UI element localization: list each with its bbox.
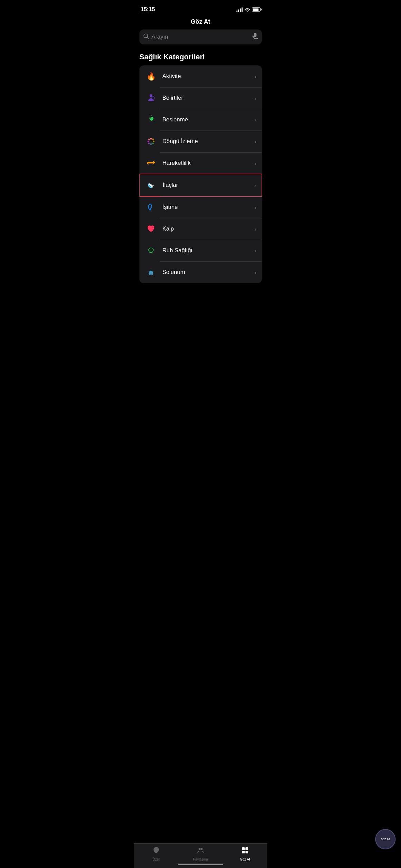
section-header: Sağlık Kategorileri bbox=[134, 50, 267, 65]
beslenme-chevron: › bbox=[255, 117, 256, 123]
beslenme-icon bbox=[145, 114, 157, 126]
belirtiler-icon bbox=[145, 92, 157, 104]
mic-icon[interactable] bbox=[252, 33, 258, 41]
hareketlilik-label: Hareketlilik bbox=[163, 160, 255, 166]
category-item-aktivite[interactable]: 🔥 Aktivite › bbox=[139, 65, 262, 87]
category-list: 🔥 Aktivite › Belirtiler › bbox=[139, 65, 262, 283]
ilaclar-chevron: › bbox=[254, 182, 256, 188]
search-icon bbox=[144, 34, 149, 40]
svg-rect-29 bbox=[145, 244, 157, 257]
solunum-chevron: › bbox=[255, 270, 256, 275]
category-item-hareketlilik[interactable]: Hareketlilik › bbox=[139, 152, 262, 174]
svg-rect-6 bbox=[153, 97, 153, 98]
category-item-ruh[interactable]: Ruh Sağlığı › bbox=[139, 240, 262, 261]
isitme-label: İşitme bbox=[163, 204, 255, 211]
svg-point-15 bbox=[148, 143, 150, 144]
hareketlilik-chevron: › bbox=[255, 160, 256, 166]
battery-icon bbox=[252, 7, 261, 12]
signal-icon bbox=[236, 7, 243, 12]
svg-rect-2 bbox=[145, 92, 157, 104]
ruh-chevron: › bbox=[255, 248, 256, 254]
isitme-chevron: › bbox=[255, 204, 256, 210]
svg-text:🔥: 🔥 bbox=[146, 72, 156, 81]
svg-point-27 bbox=[150, 208, 151, 209]
dongu-icon bbox=[145, 135, 157, 147]
svg-point-17 bbox=[148, 139, 150, 140]
ilaclar-icon bbox=[145, 179, 157, 191]
status-time: 15:15 bbox=[141, 6, 155, 13]
belirtiler-label: Belirtiler bbox=[163, 95, 255, 101]
ruh-icon bbox=[145, 244, 157, 257]
solunum-icon bbox=[145, 266, 157, 278]
category-item-beslenme[interactable]: Beslenme › bbox=[139, 109, 262, 131]
svg-point-12 bbox=[153, 141, 154, 142]
hareketlilik-icon bbox=[145, 157, 157, 169]
kalp-chevron: › bbox=[255, 226, 256, 232]
isitme-icon bbox=[145, 201, 157, 213]
status-bar: 15:15 bbox=[134, 0, 267, 17]
dongu-chevron: › bbox=[255, 139, 256, 144]
search-container: Arayın bbox=[134, 29, 267, 50]
svg-point-31 bbox=[152, 251, 152, 251]
category-item-isitme[interactable]: İşitme › bbox=[139, 196, 262, 218]
page-header: Göz At bbox=[134, 17, 267, 29]
kalp-icon bbox=[145, 223, 157, 235]
svg-point-11 bbox=[152, 139, 154, 140]
kalp-label: Kalp bbox=[163, 225, 255, 232]
svg-point-7 bbox=[153, 99, 153, 99]
ilaclar-label: İlaçlar bbox=[163, 182, 254, 189]
aktivite-icon: 🔥 bbox=[145, 70, 157, 82]
svg-rect-9 bbox=[145, 135, 157, 147]
ruh-label: Ruh Sağlığı bbox=[163, 247, 255, 254]
svg-point-10 bbox=[150, 138, 152, 140]
solunum-label: Solunum bbox=[163, 269, 255, 276]
category-item-solunum[interactable]: Solunum › bbox=[139, 261, 262, 283]
category-item-kalp[interactable]: Kalp › bbox=[139, 218, 262, 240]
page-title: Göz At bbox=[191, 18, 210, 25]
search-bar[interactable]: Arayın bbox=[139, 29, 262, 44]
wifi-icon bbox=[245, 7, 250, 12]
svg-point-13 bbox=[152, 143, 154, 144]
category-item-dongu[interactable]: Döngü İzleme › bbox=[139, 131, 262, 152]
dongu-label: Döngü İzleme bbox=[163, 138, 255, 145]
category-item-ilaclar[interactable]: İlaçlar › bbox=[139, 174, 262, 197]
search-placeholder: Arayın bbox=[152, 34, 250, 40]
aktivite-chevron: › bbox=[255, 74, 256, 79]
svg-rect-26 bbox=[145, 201, 157, 213]
category-item-belirtiler[interactable]: Belirtiler › bbox=[139, 87, 262, 109]
svg-point-3 bbox=[150, 94, 152, 97]
status-icons bbox=[236, 7, 261, 12]
beslenme-label: Beslenme bbox=[163, 116, 255, 123]
svg-point-30 bbox=[150, 251, 150, 251]
aktivite-label: Aktivite bbox=[163, 73, 255, 80]
belirtiler-chevron: › bbox=[255, 95, 256, 101]
svg-point-16 bbox=[147, 141, 149, 142]
svg-point-14 bbox=[150, 143, 152, 145]
